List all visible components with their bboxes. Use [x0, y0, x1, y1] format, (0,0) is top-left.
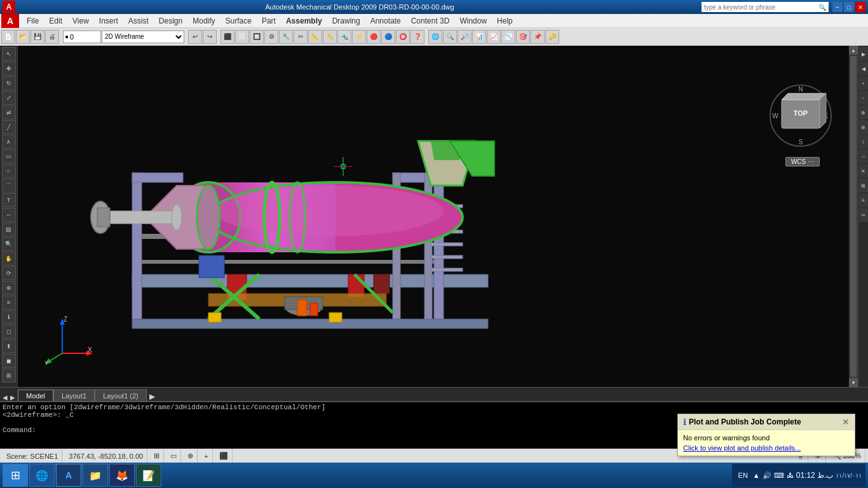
wcs-indicator[interactable]: WCS ⋯ [785, 157, 820, 166]
sb-icon5[interactable]: ⬛ [215, 449, 233, 463]
lt-snap[interactable]: ⊕ [2, 281, 16, 295]
3d-tool9[interactable]: 🔑 [545, 30, 559, 44]
rp-btn3[interactable]: + [859, 76, 868, 90]
tool3[interactable]: 🔲 [250, 30, 264, 44]
search-box[interactable]: 🔍 [702, 2, 829, 12]
sb-icon1[interactable]: ⊞ [150, 449, 164, 463]
scroll-thumb-v[interactable] [850, 56, 857, 377]
lt-line[interactable]: ╱ [2, 120, 16, 134]
rp-btn7[interactable]: ↕ [859, 135, 868, 149]
rp-btn12[interactable]: ∞ [859, 208, 868, 222]
sb-icon3[interactable]: ⊕ [184, 449, 198, 463]
menu-item-help[interactable]: Help [492, 14, 518, 28]
menu-item-edit[interactable]: Edit [44, 14, 67, 28]
lt-select[interactable]: ↖ [2, 47, 16, 61]
rp-btn4[interactable]: − [859, 91, 868, 105]
lt-move[interactable]: ✥ [2, 62, 16, 76]
lt-extrude[interactable]: ⬆ [2, 339, 16, 353]
lt-3d[interactable]: ◻ [2, 325, 16, 339]
3d-tool2[interactable]: 🔍 [443, 30, 457, 44]
rp-btn2[interactable]: ◀ [859, 62, 868, 76]
redo-button[interactable]: ↪ [203, 30, 217, 44]
open-button[interactable]: 📂 [16, 30, 30, 44]
menu-item-modify[interactable]: Modify [187, 14, 220, 28]
menu-item-annotate[interactable]: Annotate [365, 14, 406, 28]
menu-item-design[interactable]: Design [154, 14, 187, 28]
viewport[interactable]: N S W E TOP WCS ⋯ Z [18, 46, 858, 387]
menu-item-insert[interactable]: Insert [94, 14, 123, 28]
tool7[interactable]: 📐 [308, 30, 322, 44]
notify-close-button[interactable]: ✕ [842, 417, 850, 427]
lt-rotate[interactable]: ↻ [2, 76, 16, 90]
lt-text[interactable]: T [2, 193, 16, 207]
start-button[interactable]: ⊞ [3, 464, 28, 487]
menu-item-drawing[interactable]: Drawing [327, 14, 365, 28]
3d-tool8[interactable]: 📌 [531, 30, 545, 44]
rp-btn9[interactable]: ✕ [859, 164, 868, 178]
tab-add[interactable]: ▶ [149, 392, 155, 401]
3d-tool6[interactable]: 📉 [501, 30, 515, 44]
scroll-up-button[interactable]: ▲ [849, 46, 858, 55]
lt-layer[interactable]: ≡ [2, 295, 16, 309]
rp-btn10[interactable]: ⊞ [859, 179, 868, 193]
search-icon[interactable]: 🔍 [818, 4, 826, 11]
lt-pan[interactable]: ✋ [2, 252, 16, 266]
3d-tool1[interactable]: 🌐 [428, 30, 442, 44]
taskbar-app-ie[interactable]: 🌐 [29, 464, 55, 487]
lt-dim[interactable]: ↔ [2, 208, 16, 222]
sb-icon4[interactable]: + [200, 449, 212, 463]
tool13[interactable]: ⭕ [396, 30, 410, 44]
tool11[interactable]: 🔴 [367, 30, 381, 44]
scroll-down-button[interactable]: ▼ [849, 378, 858, 387]
notify-link[interactable]: Click to view plot and publish details..… [683, 444, 850, 452]
lt-mesh[interactable]: ⊞ [2, 369, 16, 383]
close-button[interactable]: ✕ [855, 2, 865, 12]
tab-layout1[interactable]: Layout1 [53, 390, 95, 401]
menu-item-assembly[interactable]: Assembly [281, 14, 327, 28]
lang-indicator[interactable]: EN [736, 471, 750, 479]
tool14[interactable]: ❓ [410, 30, 424, 44]
tool6[interactable]: ✂ [294, 30, 308, 44]
lt-solid[interactable]: ◼ [2, 354, 16, 368]
minimize-button[interactable]: − [832, 2, 843, 12]
lt-zoom[interactable]: 🔍 [2, 237, 16, 251]
tool8[interactable]: 📏 [323, 30, 337, 44]
3d-tool5[interactable]: 📈 [487, 30, 501, 44]
menu-item-part[interactable]: Part [257, 14, 281, 28]
tray-icon3[interactable]: ⌨ [774, 471, 784, 480]
visual-style-combo[interactable]: 2D Wireframe [102, 30, 184, 43]
save-button[interactable]: 💾 [31, 30, 44, 44]
rp-btn8[interactable]: ↔ [859, 149, 868, 163]
tool12[interactable]: 🔵 [381, 30, 395, 44]
tool2[interactable]: ⬜ [235, 30, 249, 44]
taskbar-app-explorer[interactable]: 📁 [83, 464, 108, 487]
menu-item-surface[interactable]: Surface [220, 14, 257, 28]
lt-prop[interactable]: ℹ [2, 310, 16, 324]
restore-button[interactable]: □ [844, 2, 854, 12]
3d-tool3[interactable]: 🔎 [458, 30, 471, 44]
sb-icon2[interactable]: ▭ [166, 449, 181, 463]
layer-combo[interactable]: ●0 [63, 30, 101, 43]
tool1[interactable]: ⬛ [220, 30, 234, 44]
rp-btn5[interactable]: ⊕ [859, 105, 868, 119]
view-cube[interactable]: N S W E TOP [769, 84, 832, 147]
lt-polyline[interactable]: ∧ [2, 135, 16, 149]
taskbar-app-firefox[interactable]: 🦊 [109, 464, 135, 487]
menu-item-file[interactable]: File [22, 14, 44, 28]
tray-icon1[interactable]: ▲ [753, 471, 760, 479]
lt-scale[interactable]: ⤢ [2, 91, 16, 105]
tool9[interactable]: 🔩 [337, 30, 351, 44]
search-input[interactable] [704, 4, 818, 11]
tab-next[interactable]: ▶ [10, 394, 15, 401]
rp-btn11[interactable]: ≡ [859, 193, 868, 207]
tool5[interactable]: 🔧 [279, 30, 293, 44]
taskbar-app-autocad[interactable]: A [56, 464, 81, 487]
tab-model[interactable]: Model [18, 390, 53, 401]
lt-mirror[interactable]: ⇌ [2, 105, 16, 119]
lt-circle[interactable]: ○ [2, 164, 16, 178]
rp-btn6[interactable]: ⊗ [859, 120, 868, 134]
lt-rect[interactable]: ▭ [2, 149, 16, 163]
tab-prev[interactable]: ◀ [3, 394, 8, 401]
3d-tool7[interactable]: 🎯 [516, 30, 530, 44]
3d-tool4[interactable]: 📊 [472, 30, 486, 44]
